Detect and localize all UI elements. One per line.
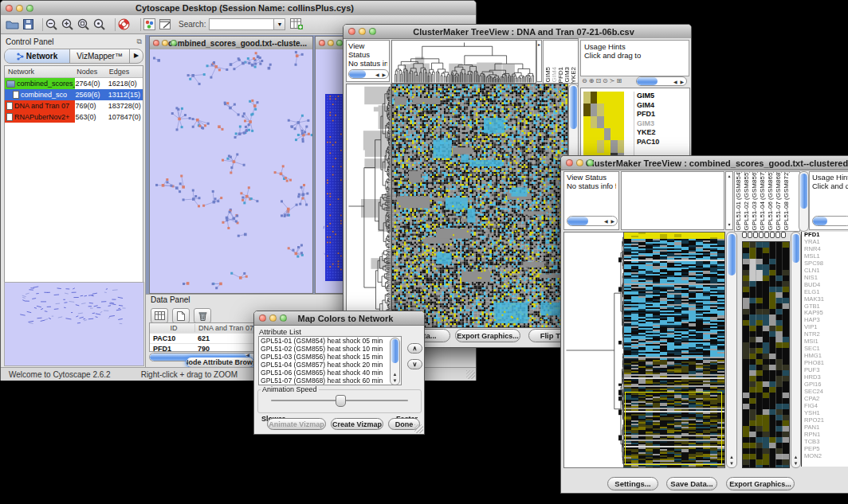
- network-row[interactable]: combined_scores_2764(0)16218(0): [5, 78, 143, 89]
- matrix-cell: [583, 140, 591, 152]
- down-icon: ∨: [413, 361, 418, 368]
- attribute-item[interactable]: GPL51-06 (GSM865) heat shock 40 min: [259, 369, 401, 377]
- correlation-matrix[interactable]: [583, 92, 624, 165]
- id-column-header[interactable]: ID: [150, 324, 194, 332]
- treeview2-save-data-button[interactable]: Save Data...: [666, 477, 717, 490]
- search-dropdown-icon[interactable]: ▼: [273, 19, 285, 29]
- zoom-window-icon[interactable]: [587, 159, 594, 166]
- network-row[interactable]: DNA and Tran 07769(0)183728(0): [5, 100, 143, 111]
- tab-network[interactable]: Network: [5, 49, 70, 63]
- minimize-icon[interactable]: [359, 28, 366, 35]
- node-attribute-browser-button[interactable]: Node Attribute Brows: [186, 357, 254, 368]
- treeview2-genelist-vscrollbar[interactable]: ▲▼: [791, 232, 801, 468]
- zoom-in-icon[interactable]: [61, 18, 74, 31]
- column-header-network[interactable]: Network: [5, 66, 77, 77]
- treeview-zoom-icons[interactable]: ⊖⊕⊡⊙≻⊞: [582, 77, 623, 84]
- treeview2-titlebar[interactable]: ClusterMaker TreeView : combined_scores_…: [561, 156, 848, 170]
- resize-grip[interactable]: [466, 370, 475, 379]
- treeview2-view-status-panel: View Status No status info f ◀ ▶: [563, 171, 619, 230]
- view-status-hscrollbar[interactable]: ◀ ▶: [567, 216, 618, 226]
- minimize-icon[interactable]: [16, 5, 23, 12]
- network-name: combined_sco: [21, 91, 67, 99]
- treeview1-row-dendrogram[interactable]: [346, 84, 391, 328]
- zoom-out-icon[interactable]: [45, 18, 58, 31]
- minimize-icon[interactable]: [269, 315, 277, 322]
- dialog-titlebar[interactable]: Map Colors to Network: [254, 311, 424, 326]
- usage-hscrollbar[interactable]: ◀ ▶: [636, 76, 687, 86]
- treeview2-row-dendrogram[interactable]: [563, 232, 624, 468]
- move-down-button[interactable]: ∨: [407, 359, 422, 369]
- save-icon[interactable]: [23, 19, 33, 29]
- delete-attribute-icon[interactable]: [194, 308, 211, 323]
- view-status-hscrollbar[interactable]: ◀ ▶: [348, 69, 389, 79]
- main-titlebar[interactable]: Cytoscape Desktop (Session Name: collins…: [1, 1, 476, 16]
- view-status-title: View Status: [567, 173, 616, 182]
- new-attribute-icon[interactable]: [172, 308, 190, 323]
- treeview1-heatmap[interactable]: [391, 84, 568, 328]
- close-icon[interactable]: [319, 40, 325, 46]
- treeview2-vscrollbar[interactable]: ▲▼: [726, 232, 737, 468]
- open-icon[interactable]: [6, 19, 19, 29]
- treeview2-detail-heatmap[interactable]: [742, 241, 790, 468]
- resize-grip[interactable]: [414, 424, 423, 433]
- node-count: 769(0): [75, 102, 108, 110]
- treeview1-titlebar[interactable]: ClusterMaker TreeView : DNA and Tran 07-…: [344, 25, 691, 39]
- zoom-window-icon[interactable]: [336, 40, 343, 46]
- network-canvas[interactable]: [150, 49, 312, 293]
- treeview2-export-graphics-button[interactable]: Export Graphics...: [726, 477, 795, 490]
- zoom-fit-icon[interactable]: [77, 18, 90, 31]
- attribute-item[interactable]: GPL51-03 (GSM856) heat shock 15 min: [259, 353, 401, 361]
- search-label: Search:: [179, 20, 206, 29]
- treeview1-column-dendrogram[interactable]: [391, 40, 536, 84]
- search-input[interactable]: ▼: [209, 18, 285, 30]
- close-icon[interactable]: [259, 315, 266, 322]
- speed-slider-thumb[interactable]: [336, 395, 346, 407]
- birdseye-view[interactable]: [4, 282, 144, 366]
- close-icon[interactable]: [6, 5, 13, 12]
- attribute-item[interactable]: GPL51-02 (GSM855) heat shock 10 min: [259, 345, 401, 353]
- edit-network-icon[interactable]: [159, 18, 172, 30]
- gene-label: MON2: [804, 453, 848, 460]
- close-icon[interactable]: [153, 40, 159, 46]
- zoom-window-icon[interactable]: [280, 315, 287, 322]
- usage-hscrollbar[interactable]: [812, 216, 848, 226]
- zoom-window-icon[interactable]: [171, 40, 177, 46]
- select-attributes-icon[interactable]: [151, 308, 168, 323]
- tab-overflow-icon[interactable]: ▶: [129, 49, 143, 63]
- minimize-icon[interactable]: [576, 159, 583, 166]
- attribute-item[interactable]: GPL51-01 (GSM854) heat shock 05 min: [259, 337, 401, 345]
- minimize-icon[interactable]: [162, 40, 168, 46]
- animate-vizmap-button[interactable]: Animate Vizmap: [267, 418, 326, 430]
- zoom-window-icon[interactable]: [369, 28, 376, 35]
- attribute-listbox[interactable]: GPL51-01 (GSM854) heat shock 05 minGPL51…: [258, 336, 402, 385]
- attribute-vscrollbar[interactable]: ▲▼: [390, 338, 400, 385]
- move-up-button[interactable]: ∧: [407, 343, 422, 354]
- attribute-table-icon[interactable]: [290, 18, 303, 30]
- matrix-cell: [597, 116, 604, 128]
- zoom-selected-icon[interactable]: [93, 18, 106, 31]
- column-header-nodes[interactable]: Nodes: [77, 68, 108, 76]
- tab-vizmapper[interactable]: VizMapper™: [70, 49, 129, 63]
- treeview2-column-dendrogram[interactable]: [621, 171, 724, 230]
- gene-label: PFD1: [637, 110, 689, 119]
- minimize-icon[interactable]: [328, 40, 334, 46]
- network-row[interactable]: combined_sco2569(6)13112(15): [5, 89, 143, 100]
- column-header-edges[interactable]: Edges: [109, 68, 143, 76]
- treeview1-tree-splitter[interactable]: ▸: [536, 40, 542, 82]
- network-row[interactable]: RNAPuberNov2+563(0)107847(0): [5, 111, 143, 123]
- network-view-window-1[interactable]: combined_scores_good.txt--cluste...: [149, 36, 313, 294]
- control-panel-header: Control Panel ⧉: [2, 35, 145, 48]
- vizmapper-icon[interactable]: [143, 18, 155, 30]
- treeview2-collabel-vscrollbar[interactable]: [799, 171, 809, 232]
- close-icon[interactable]: [566, 159, 573, 166]
- close-icon[interactable]: [348, 28, 355, 35]
- treeview2-tree-splitter[interactable]: ▴▾: [725, 171, 733, 230]
- help-icon[interactable]: [118, 18, 130, 30]
- treeview2-settings-button[interactable]: Settings...: [607, 477, 658, 490]
- zoom-window-icon[interactable]: [26, 5, 33, 12]
- attribute-item[interactable]: GPL51-04 (GSM857) heat shock 20 min: [259, 361, 401, 369]
- treeview1-export-graphics-button[interactable]: Export Graphics...: [455, 329, 520, 342]
- float-panel-icon[interactable]: ⧉: [137, 37, 142, 46]
- create-vizmap-button[interactable]: Create Vizmap: [331, 418, 383, 430]
- attribute-item[interactable]: GPL51-07 (GSM868) heat shock 60 min: [259, 377, 401, 385]
